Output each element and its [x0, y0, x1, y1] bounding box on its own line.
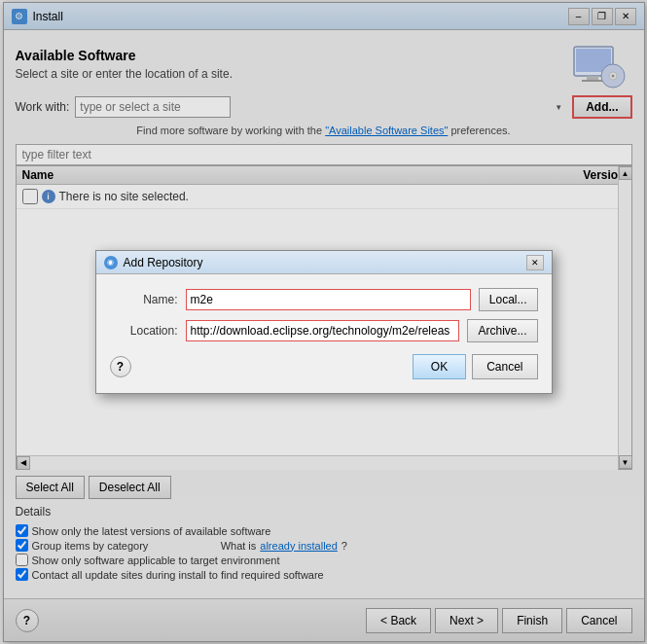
ok-button[interactable]: OK	[413, 354, 466, 379]
modal-close-button[interactable]: ✕	[526, 255, 544, 270]
location-field-row: Location: Archive...	[110, 319, 538, 342]
modal-help-button[interactable]: ?	[110, 356, 131, 377]
modal-title-text: Add Repository	[124, 256, 526, 269]
location-input[interactable]	[186, 320, 460, 341]
modal-title-icon: ◉	[104, 256, 118, 269]
modal-body: Name: Local... Location: Archive... ? OK…	[96, 274, 552, 393]
modal-help-row: ? OK Cancel	[110, 354, 538, 379]
modal-overlay: ◉ Add Repository ✕ Name: Local... Locati…	[0, 0, 647, 644]
name-input[interactable]	[186, 289, 471, 310]
add-repository-dialog: ◉ Add Repository ✕ Name: Local... Locati…	[95, 250, 553, 394]
modal-cancel-button[interactable]: Cancel	[472, 354, 537, 379]
location-label: Location:	[110, 324, 178, 338]
local-button[interactable]: Local...	[479, 288, 538, 311]
modal-action-buttons: OK Cancel	[413, 354, 538, 379]
name-field-row: Name: Local...	[110, 288, 538, 311]
archive-button[interactable]: Archive...	[467, 319, 537, 342]
name-label: Name:	[110, 293, 178, 306]
modal-title-bar: ◉ Add Repository ✕	[96, 251, 552, 274]
